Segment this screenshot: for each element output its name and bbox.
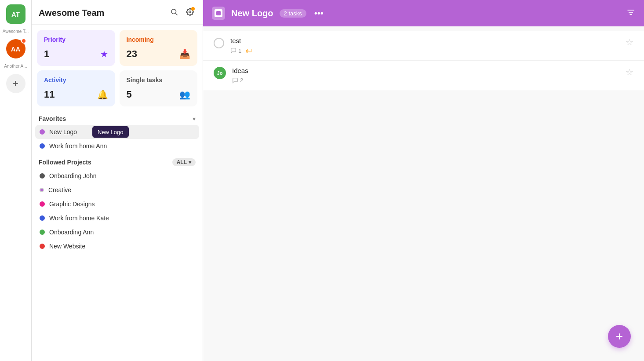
star-icon: ★ <box>100 49 108 59</box>
task-name-ideas: Ideas <box>232 67 619 74</box>
comment-icon <box>230 47 236 54</box>
task-name-test: test <box>230 37 619 44</box>
fav-item-work-from-home-ann[interactable]: Work from home Ann <box>35 139 199 153</box>
search-icon <box>170 8 178 16</box>
task-comments-test: 1 <box>230 47 241 54</box>
project-icon-inner <box>215 9 222 17</box>
more-options-button[interactable]: ••• <box>314 8 324 18</box>
task-content-ideas: Ideas 2 <box>232 67 619 84</box>
task-list: test 1 🏷 ☆ Jo Ideas 2 <box>203 26 644 361</box>
tasks-count-badge: 2 tasks <box>280 9 306 18</box>
stat-label-incoming: Incoming <box>127 36 191 43</box>
project-item-onboarding-ann[interactable]: Onboarding Ann <box>35 225 199 239</box>
filter-button[interactable] <box>626 8 635 19</box>
svg-line-1 <box>175 13 177 15</box>
fab-add-button[interactable]: + <box>608 325 631 348</box>
settings-dot <box>191 7 195 11</box>
stats-grid: Priority 1 ★ Incoming 23 📥 Activity 11 🔔… <box>32 25 203 110</box>
project-item-work-from-home-kate[interactable]: Work from home Kate <box>35 211 199 225</box>
svg-point-0 <box>171 9 176 14</box>
fav-dot-new-logo <box>40 129 45 135</box>
stat-card-single[interactable]: Single tasks 5 👥 <box>120 70 198 106</box>
settings-button[interactable] <box>184 6 196 20</box>
inbox-icon: 📥 <box>179 49 190 59</box>
sidebar-header: Awesome Team <box>32 0 203 25</box>
followed-projects-section-header: Followed Projects ALL ▾ <box>32 153 203 169</box>
stat-value-single: 5 <box>127 89 132 100</box>
stat-value-priority: 1 <box>44 48 49 60</box>
main-project-title: New Logo <box>231 8 273 18</box>
project-label-new-website: New Website <box>49 243 85 250</box>
tooltip-new-logo: New Logo <box>92 126 129 138</box>
stat-label-activity: Activity <box>44 77 108 84</box>
sidebar-actions <box>168 6 196 20</box>
avatar-at[interactable]: AT <box>6 4 25 24</box>
project-dot-creative <box>40 188 44 192</box>
star-button-test[interactable]: ☆ <box>626 37 633 47</box>
task-item-ideas[interactable]: Jo Ideas 2 ☆ <box>203 61 644 90</box>
task-meta-test: 1 🏷 <box>230 47 619 54</box>
favorites-label: Favorites <box>39 115 66 122</box>
main-panel: New Logo 2 tasks ••• test 1 🏷 ☆ <box>203 0 644 361</box>
project-dot-graphic-designs <box>40 201 45 207</box>
icon-bar-sublabel-at: Awesome T... <box>3 29 29 34</box>
project-label-onboarding-john: Onboarding John <box>49 172 96 179</box>
chevron-down-icon: ▾ <box>189 159 191 165</box>
project-item-onboarding-john[interactable]: Onboarding John <box>35 169 199 183</box>
task-item-test[interactable]: test 1 🏷 ☆ <box>203 31 644 61</box>
filter-icon <box>626 8 635 17</box>
task-content-test: test 1 🏷 <box>230 37 619 54</box>
project-icon <box>212 7 225 20</box>
stat-card-priority[interactable]: Priority 1 ★ <box>37 30 115 66</box>
fav-dot-work-from-home-ann <box>40 143 45 149</box>
followed-projects-label: Followed Projects <box>39 159 91 166</box>
project-item-creative[interactable]: Creative <box>35 183 199 197</box>
fav-label-work-from-home-ann: Work from home Ann <box>49 142 107 150</box>
svg-point-2 <box>189 11 191 13</box>
project-label-graphic-designs: Graphic Designs <box>49 201 95 208</box>
icon-bar: AT Awesome T... AA Another A... + <box>0 0 32 361</box>
stat-value-activity: 11 <box>44 89 55 100</box>
fav-label-new-logo: New Logo <box>49 128 77 135</box>
sidebar-scroll: Favorites ▾ New Logo New Logo Work from … <box>32 110 203 361</box>
task-meta-ideas: 2 <box>232 77 619 84</box>
stat-label-priority: Priority <box>44 36 108 43</box>
fav-item-new-logo[interactable]: New Logo New Logo <box>35 125 199 139</box>
task-comments-ideas: 2 <box>232 77 243 84</box>
sidebar-title: Awesome Team <box>39 8 104 18</box>
project-list: Onboarding John Creative Graphic Designs… <box>32 169 203 253</box>
project-dot-onboarding-john <box>40 173 45 179</box>
project-label-onboarding-ann: Onboarding Ann <box>49 229 94 236</box>
main-header: New Logo 2 tasks ••• <box>203 0 644 26</box>
task-checkbox-test[interactable] <box>214 38 224 48</box>
task-avatar-ideas: Jo <box>214 67 226 79</box>
project-label-creative: Creative <box>48 186 71 193</box>
stat-value-incoming: 23 <box>127 48 137 60</box>
sidebar: Awesome Team Priority 1 ★ Incoming 23 📥 <box>32 0 203 361</box>
star-button-ideas[interactable]: ☆ <box>626 67 633 77</box>
stat-card-activity[interactable]: Activity 11 🔔 <box>37 70 115 106</box>
project-item-graphic-designs[interactable]: Graphic Designs <box>35 197 199 211</box>
favorites-list: New Logo New Logo Work from home Ann <box>32 125 203 153</box>
notification-badge <box>21 38 26 44</box>
project-dot-new-website <box>40 244 45 249</box>
project-dot-onboarding-ann <box>40 230 45 235</box>
project-icon-square <box>216 11 221 15</box>
search-button[interactable] <box>168 6 180 20</box>
tag-icon: 🏷 <box>246 47 252 54</box>
stat-card-incoming[interactable]: Incoming 23 📥 <box>120 30 198 66</box>
icon-bar-sublabel-aa: Another A... <box>4 64 27 69</box>
stat-label-single: Single tasks <box>127 77 191 84</box>
add-workspace-button[interactable]: + <box>6 74 25 93</box>
people-icon: 👥 <box>179 89 190 100</box>
project-item-new-website[interactable]: New Website <box>35 239 199 253</box>
bell-icon: 🔔 <box>97 89 108 100</box>
all-filter-badge[interactable]: ALL ▾ <box>172 158 196 166</box>
favorites-section-header: Favorites ▾ <box>32 110 203 125</box>
project-label-work-from-home-kate: Work from home Kate <box>49 215 109 222</box>
comment-icon <box>232 77 238 84</box>
avatar-aa[interactable]: AA <box>6 39 25 58</box>
favorites-collapse-button[interactable]: ▾ <box>193 115 196 122</box>
project-dot-work-from-home-kate <box>40 215 45 221</box>
